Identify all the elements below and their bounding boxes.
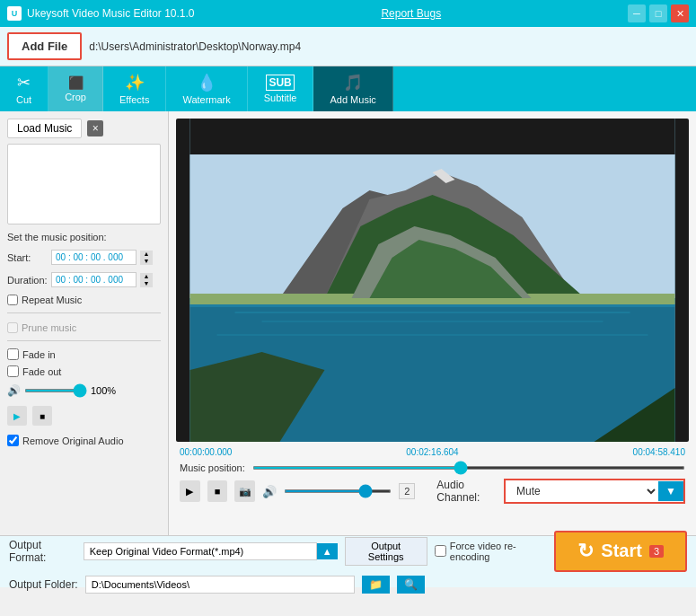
output-format-input[interactable] [84,542,317,560]
pb-camera-button[interactable]: 📷 [234,480,255,502]
toolbar-label-cut: Cut [16,94,31,105]
play-button[interactable]: ▶ [7,406,27,426]
remove-audio-row: Remove Original Audio [7,435,161,446]
start-label: Start [601,541,642,561]
pb-volume-badge: 2 [399,483,415,499]
load-music-button[interactable]: Load Music [7,119,82,138]
cut-icon: ✂ [17,73,31,92]
output-folder-input[interactable] [85,576,355,594]
output-folder-row: Output Folder: 📁 🔍 [9,576,687,594]
start-icon: ↻ [577,540,594,563]
output-format-dropdown-button[interactable]: ▲ [317,543,338,559]
minimize-button[interactable]: ─ [628,4,646,22]
bottom-bar: Output Format: ▲ Output Settings Force v… [0,535,696,587]
audio-channel-arrow-icon: ▼ [658,481,683,501]
force-encode-row: Force video re-encoding [435,541,548,562]
toolbar-item-cut[interactable]: ✂ Cut [0,66,48,111]
volume-slider[interactable] [24,389,87,392]
output-folder-browse-button[interactable]: 📁 [362,576,390,594]
toolbar-label-subtitle: Subtitle [264,92,297,103]
start-time-input[interactable] [51,250,137,265]
repeat-music-checkbox[interactable] [7,295,18,305]
prune-music-checkbox[interactable] [7,322,18,333]
toolbar-item-watermark[interactable]: 💧 Watermark [166,66,247,111]
prune-music-label: Prune music [22,322,76,333]
divider-2 [7,340,161,341]
fade-out-row: Fade out [7,365,161,377]
force-encode-label: Force video re-encoding [450,541,548,562]
toolbar-label-watermark: Watermark [182,94,230,105]
toolbar-item-effects[interactable]: ✨ Effects [103,66,166,111]
pb-stop-button[interactable]: ■ [207,480,228,502]
force-encode-checkbox[interactable] [435,545,446,557]
remove-audio-label: Remove Original Audio [22,436,124,446]
play-controls: ▶ ■ [7,406,161,426]
output-folder-search-button[interactable]: 🔍 [397,576,425,594]
fade-out-label: Fade out [22,366,61,377]
output-settings-button[interactable]: Output Settings [345,537,427,566]
stop-button[interactable]: ■ [32,406,52,426]
volume-percent: 100% [91,385,116,396]
fade-in-row: Fade in [7,348,161,360]
volume-icon-pb: 🔊 [262,485,277,498]
start-button[interactable]: ↻ Start 3 [554,531,687,572]
svg-rect-9 [235,312,630,313]
svg-rect-10 [262,321,603,322]
audio-channel-box: Mute Stereo Left Right ▼ [504,479,685,504]
add-file-button[interactable]: Add File [7,32,82,60]
toolbar-item-crop[interactable]: ⬛ Crop [48,66,103,111]
start-time-down[interactable]: ▼ [140,258,153,265]
pb-play-button[interactable]: ▶ [180,480,200,502]
toolbar-item-subtitle[interactable]: SUB Subtitle [248,66,314,111]
time-start: 00:00:00.000 [180,447,232,457]
duration-label: Duration: [7,275,48,286]
duration-time-input[interactable] [51,272,137,287]
start-section: ↻ Start 3 [554,531,687,572]
output-folder-label: Output Folder: [9,578,78,591]
fade-in-label: Fade in [22,349,56,360]
audio-channel-select[interactable]: Mute Stereo Left Right [506,480,658,502]
header-bar: Add File d:\Users\Administrator\Desktop\… [0,27,696,66]
audio-channel-label: Audio Channel: [436,479,497,504]
output-format-label: Output Format: [9,539,76,564]
repeat-music-label: Repeat Music [22,295,82,305]
title-bar: U Ukeysoft Video Music Editor 10.1.0 Rep… [0,0,696,27]
crop-icon: ⬛ [68,75,84,90]
app-icon: U [7,6,22,21]
fade-in-checkbox[interactable] [7,348,19,360]
duration-time-down[interactable]: ▼ [140,280,153,287]
fade-out-checkbox[interactable] [7,365,19,377]
volume-row: 🔊 100% [7,384,161,397]
prune-music-row: Prune music [7,322,161,333]
start-label: Start: [7,252,48,263]
svg-rect-11 [217,334,648,336]
time-end: 00:04:58.410 [633,447,685,457]
output-format-row: Output Format: ▲ Output Settings Force v… [9,531,687,572]
audio-channel-section: Audio Channel: Mute Stereo Left Right ▼ [436,479,685,504]
toolbar-label-effects: Effects [119,94,149,105]
set-position-label: Set the music position: [7,232,161,242]
divider-1 [7,312,161,313]
main-content: Load Music × Set the music position: Sta… [0,111,696,535]
close-music-button[interactable]: × [87,120,103,136]
pb-volume-slider[interactable] [284,489,392,493]
start-badge: 3 [649,545,664,558]
duration-time-up[interactable]: ▲ [140,273,153,280]
start-time-up[interactable]: ▲ [140,251,153,258]
close-button[interactable]: ✕ [671,4,689,22]
right-panel: 00:00:00.000 00:02:16.604 00:04:58.410 M… [169,111,696,535]
playback-bar: ▶ ■ 📷 🔊 2 Audio Channel: Mute Stereo Lef… [176,479,689,504]
maximize-button[interactable]: □ [649,4,667,22]
volume-icon: 🔊 [7,384,21,397]
svg-rect-1 [190,119,675,154]
app-title: Ukeysoft Video Music Editor 10.1.0 [27,7,195,20]
remove-audio-checkbox[interactable] [7,435,19,446]
timeline-bar: 00:00:00.000 00:02:16.604 00:04:58.410 [176,447,689,457]
toolbar: ✂ Cut ⬛ Crop ✨ Effects 💧 Watermark SUB S… [0,66,696,111]
duration-time-row: Duration: ▲ ▼ [7,272,161,287]
time-mid: 00:02:16.604 [406,447,458,457]
music-position-slider[interactable] [252,466,685,470]
report-bugs-link[interactable]: Report Bugs [381,7,441,20]
toolbar-item-add-music[interactable]: 🎵 Add Music [313,66,392,111]
toolbar-label-add-music: Add Music [330,94,375,105]
